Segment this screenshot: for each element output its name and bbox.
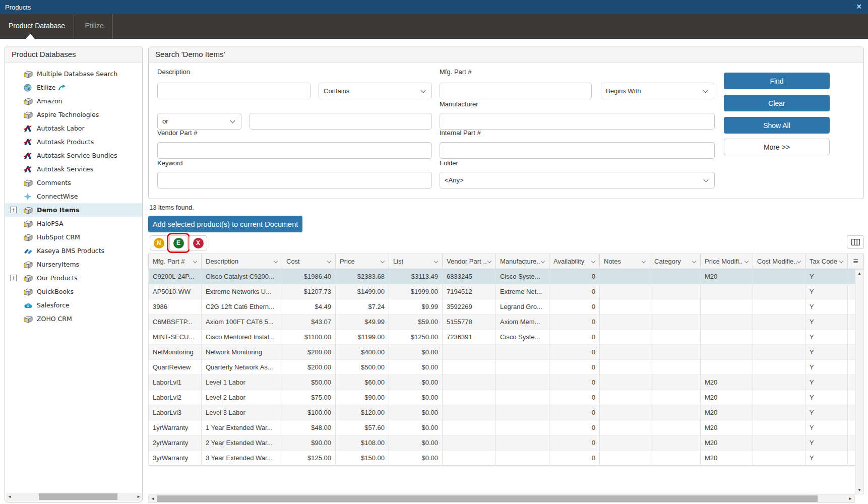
sidebar-item-autotask-labor[interactable]: Autotask Labor [5,121,142,135]
scrollbar-thumb[interactable] [39,493,117,500]
table-row[interactable]: 2yrWarranty2 Year Extended War...$90.00$… [148,435,856,451]
sidebar-item-our-products[interactable]: +Our Products [5,271,142,285]
sidebar-item-autotask-products[interactable]: Autotask Products [5,135,142,149]
table-row[interactable]: 3986C2G 12ft Cat6 Ethern...$4.49$7.24$9.… [148,299,856,314]
close-icon[interactable]: ✕ [856,3,862,11]
table-horizontal-scrollbar[interactable]: ◄ ► [148,494,855,503]
table-row[interactable]: LaborLvl3Level 3 Labor$100.00$120.00$0.0… [148,405,856,420]
sidebar-item-kaseya-bms-products[interactable]: Kaseya BMS Products [5,244,142,258]
column-header-vendor-part-[interactable]: Vendor Part .. [443,254,496,269]
column-header-availability[interactable]: Availability [549,254,600,269]
table-row[interactable]: NetMonitoringNetwork Monitoring$200.00$4… [148,345,856,360]
expand-toggle-icon[interactable]: + [10,207,17,213]
chevron-down-icon[interactable] [434,259,438,263]
scroll-right-icon[interactable]: ► [846,495,854,502]
keyword-input[interactable] [157,172,432,188]
vendor-part-input[interactable] [157,142,432,159]
chevron-down-icon[interactable] [487,259,491,263]
chevron-down-icon[interactable] [745,259,749,263]
sidebar-item-hubspot-crm[interactable]: HubSpot CRM [5,230,142,244]
sidebar-item-comments[interactable]: Comments [5,176,142,190]
sidebar-item-multiple-database-search[interactable]: Multiple Database Search [5,67,142,81]
sidebar-item-amazon[interactable]: Amazon [5,94,142,108]
table-row[interactable]: MINT-SECU...Cisco Mentored Instal...$110… [148,330,856,345]
column-header-label: Mfg. Part # [153,258,185,265]
scrollbar-thumb[interactable] [157,495,818,502]
cell-description: Quarterly Network As... [202,360,282,375]
table-row[interactable]: 3yrWarranty3 Year Extended War...$125.00… [148,451,856,466]
table-row[interactable]: 1yrWarranty1 Year Extended War...$48.00$… [148,420,856,435]
sidebar-item-connectwise[interactable]: ConnectWise [5,190,142,203]
scroll-down-icon[interactable]: ▼ [855,486,863,494]
column-menu-button[interactable]: ≡ [848,254,864,269]
chevron-down-icon[interactable] [541,259,545,263]
sidebar-item-quickbooks[interactable]: QuickBooks [5,285,142,298]
tab-etilize[interactable]: Etilize [77,14,113,39]
show-all-button[interactable]: Show All [724,117,830,134]
cell-category [650,360,701,375]
description-operator-select[interactable]: Contains [319,83,432,99]
find-button[interactable]: Find [724,73,830,89]
tab-product-database[interactable]: Product Database [0,14,74,39]
kaseya-icon [24,247,33,255]
column-header-list[interactable]: List [389,254,443,269]
table-row[interactable]: LaborLvl2Level 2 Labor$75.00$90.00$0.000… [148,390,856,405]
chevron-down-icon[interactable] [839,259,843,263]
manufacturer-input[interactable] [440,113,715,130]
column-header-cost[interactable]: Cost [282,254,336,269]
sidebar-item-halopsa[interactable]: HaloPSA [5,217,142,230]
chevron-down-icon[interactable] [797,259,801,263]
delete-item-button[interactable]: X [189,235,207,250]
table-row[interactable]: C6MBSFTP...Axiom 100FT CAT6 5...$43.07$4… [148,314,856,330]
column-header-manufacture-[interactable]: Manufacture.. [496,254,549,269]
chevron-down-icon[interactable] [642,259,646,263]
sidebar-item-demo-items[interactable]: +Demo Items [5,203,142,217]
chevron-down-icon[interactable] [692,259,696,263]
table-row[interactable]: LaborLvl1Level 1 Labor$50.00$60.00$0.000… [148,375,856,390]
sidebar-item-label: Autotask Services [37,165,93,173]
table-vertical-scrollbar[interactable]: ▲ ▼ [855,269,864,494]
chevron-down-icon[interactable] [327,259,331,263]
mfg-part-input[interactable] [440,83,592,99]
column-layout-button[interactable] [847,235,864,249]
boolean-operator-select[interactable]: or [157,113,241,130]
sidebar-item-autotask-services[interactable]: Autotask Services [5,162,142,176]
expand-toggle-icon[interactable]: + [10,275,17,281]
column-header-mfg-part-[interactable]: Mfg. Part # [148,254,202,269]
column-header-price[interactable]: Price [336,254,389,269]
chevron-down-icon[interactable] [381,259,385,263]
chevron-down-icon[interactable] [274,259,278,263]
sidebar-item-autotask-service-bundles[interactable]: Autotask Service Bundles [5,149,142,162]
table-row[interactable]: C9200L-24P...Cisco Catalyst C9200...$198… [148,269,856,284]
scroll-right-icon[interactable]: ► [135,493,143,500]
sidebar-item-etilize[interactable]: Etilize [5,81,142,94]
table-row[interactable]: QuartReviewQuarterly Network As...$200.0… [148,360,856,375]
add-to-document-button[interactable]: Add selected product(s) to current Docum… [148,216,302,232]
scroll-up-icon[interactable]: ▲ [855,270,863,277]
column-header-notes[interactable]: Notes [600,254,650,269]
column-header-price-modifi-[interactable]: Price Modifi.. [701,254,753,269]
new-item-button[interactable]: N [150,235,168,250]
table-row[interactable]: AP5010-WWExtreme Networks U...$1207.73$1… [148,284,856,299]
scroll-left-icon[interactable]: ◄ [149,495,157,502]
column-header-tax-code[interactable]: Tax Code [805,254,848,269]
sidebar-item-zoho-crm[interactable]: ZOHO CRM [5,312,142,326]
chevron-down-icon[interactable] [193,259,197,263]
column-header-cost-modifie-[interactable]: Cost Modifie.. [753,254,805,269]
folder-select[interactable]: <Any> [440,172,715,188]
clear-button[interactable]: Clear [724,95,830,111]
edit-item-button[interactable]: E [169,235,188,250]
more-button[interactable]: More >> [724,139,830,155]
column-header-category[interactable]: Category [650,254,701,269]
mfg-part-operator-select[interactable]: Begins With [601,83,714,99]
scroll-left-icon[interactable]: ◄ [6,493,14,500]
column-header-description[interactable]: Description [202,254,282,269]
description-input-2[interactable] [250,113,432,130]
sidebar-item-aspire-technologies[interactable]: Aspire Technologies [5,108,142,121]
sidebar-horizontal-scrollbar[interactable]: ◄ ► [6,493,143,501]
sidebar-item-nurseryitems[interactable]: NurseryItems [5,258,142,271]
description-input[interactable] [157,83,311,99]
internal-part-input[interactable] [440,142,715,159]
sidebar-item-salesforce[interactable]: sSalesforce [5,298,142,312]
chevron-down-icon[interactable] [591,259,595,263]
